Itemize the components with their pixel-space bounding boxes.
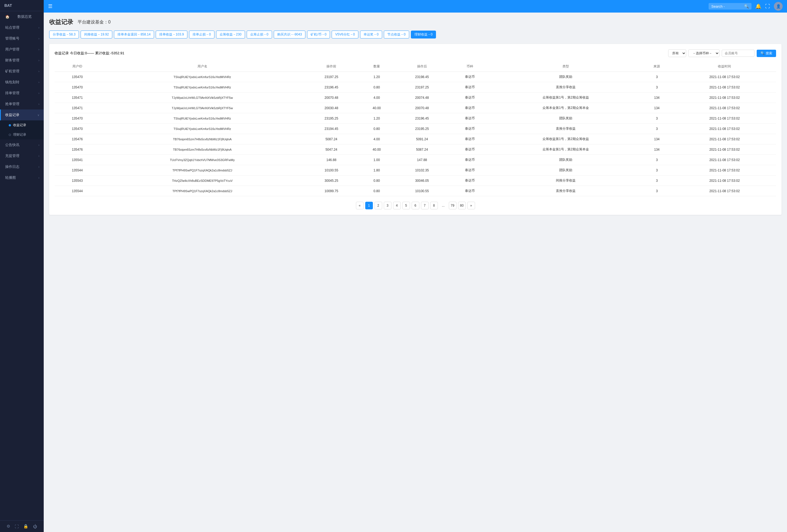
filter-tab-recommend[interactable]: 间推收益－19.92 (81, 30, 112, 39)
sidebar-item-label: 操作日志 (5, 164, 19, 169)
filter-tab-refund[interactable]: 排单本金退回－858.14 (114, 30, 154, 39)
sidebar-item-label: 钱包划转 (5, 80, 19, 85)
filter-tab-lucky[interactable]: 幸运奖－0 (360, 30, 382, 39)
cell-username: THzQZfa4icXh8uBEzSDDME97P5gVoTYcuV (100, 176, 304, 186)
member-input[interactable] (722, 50, 754, 57)
page-btn-4[interactable]: 4 (393, 202, 401, 209)
coin-filter-select[interactable]: －选择币种－ (688, 49, 720, 57)
table-row: 135471 TJyWpaUcLHrWLGT9AnNXVik5zbRjXTYF5… (55, 92, 776, 103)
search-input[interactable] (711, 4, 744, 8)
sidebar-sub-item-income-record[interactable]: 收益记录 (0, 120, 44, 130)
filter-tab-row-income[interactable]: 排单收益－103.9 (156, 30, 187, 39)
sidebar-item-finance[interactable]: 财务管理 › (0, 55, 44, 66)
chevron-right-icon: › (39, 155, 39, 157)
cell-coin: 泰达币 (449, 124, 491, 134)
table-row: 135476 TB76oipm6Szm7H8s5cv8zNbWz1Fj9Uqtn… (55, 145, 776, 155)
filter-controls: 所有 －选择币种－ 🔍 搜索 (668, 49, 776, 57)
chevron-right-icon: › (39, 37, 39, 40)
lock-icon[interactable]: 🔒 (23, 524, 28, 529)
sidebar-item-oplog[interactable]: 操作日志 › (0, 161, 44, 172)
sidebar-item-income[interactable]: 收益记录 ∨ (0, 109, 44, 120)
filter-tab-node-income[interactable]: 节点收益－0 (384, 30, 409, 39)
cell-time: 2021-11-08 17:53:02 (673, 82, 776, 92)
page-btn-8[interactable]: 8 (430, 202, 438, 209)
page-btn-5[interactable]: 5 (402, 202, 410, 209)
cell-source: 3 (641, 176, 673, 186)
cell-uid: 135471 (55, 92, 100, 103)
filter-tab-v5v6[interactable]: V5V6分红－0 (332, 30, 358, 39)
cell-source: 134 (641, 103, 673, 113)
search-icon[interactable]: 🔍 (744, 4, 749, 8)
cell-after: 5087.24 (395, 145, 449, 155)
settings-icon[interactable]: ⚙ (6, 524, 10, 529)
cell-time: 2021-11-08 17:53:02 (673, 92, 776, 103)
sidebar-item-notice[interactable]: 公告快讯 › (0, 139, 44, 150)
page-btn-79[interactable]: 79 (449, 202, 456, 209)
page-btn-2[interactable]: 2 (375, 202, 382, 209)
cell-after: 10102.35 (395, 165, 449, 176)
sidebar-item-site[interactable]: 站点管理 › (0, 22, 44, 33)
filter-tab-miner-coin[interactable]: 矿机/币－0 (307, 30, 330, 39)
sidebar-item-wallet[interactable]: 钱包划转 › (0, 77, 44, 88)
table-row: 135471 TJyWpaUcLHrWLGT9AnNXVik5zbRjXTYF5… (55, 103, 776, 113)
power-icon[interactable]: ⏻ (33, 524, 37, 529)
summary-total: 累计收益:-5352.91 (95, 51, 124, 55)
sidebar-item-label: 用户管理 (5, 47, 19, 52)
content-area: 收益记录 平台建设基金：0 分享收益－58.3 间推收益－19.92 排单本金退… (44, 13, 787, 532)
col-time: 收益时间 (673, 61, 776, 72)
cell-type: 间推分享收益 (491, 176, 641, 186)
search-btn-icon: 🔍 (761, 51, 765, 55)
page-prev-btn[interactable]: « (356, 202, 364, 209)
sidebar-sub-item-manage-record[interactable]: 理财记录 (0, 130, 44, 139)
cell-source: 3 (641, 124, 673, 134)
cell-source: 3 (641, 72, 673, 82)
sidebar-item-recharge[interactable]: 充提管理 › (0, 150, 44, 161)
page-next-btn[interactable]: » (467, 202, 475, 209)
page-btn-3[interactable]: 3 (384, 202, 391, 209)
sidebar-item-grabmgr[interactable]: 抢单管理 › (0, 98, 44, 109)
cell-type: 团队奖励 (491, 165, 641, 176)
notification-icon[interactable]: 🔔 (755, 3, 761, 9)
pagination: « 1 2 3 4 5 6 7 8 ... 79 80 » (55, 202, 776, 209)
search-box: 🔍 (708, 3, 751, 9)
filter-tab-manage-income[interactable]: 理财收益－0 (411, 30, 436, 39)
all-filter-select[interactable]: 所有 (668, 49, 686, 57)
cell-username: TSIuijRUiEYjodxLveKmfurS16uYedMVHRz (100, 82, 304, 92)
sidebar-item-miner[interactable]: 矿机管理 › (0, 66, 44, 77)
cell-time: 2021-11-08 17:53:02 (673, 134, 776, 145)
cell-uid: 135470 (55, 72, 100, 82)
topbar-left: ☰ (48, 3, 52, 9)
cell-before: 23194.45 (304, 124, 358, 134)
fullscreen-icon[interactable]: ⛶ (15, 524, 19, 529)
filter-tab-crowd-loss[interactable]: 众筹止损－0 (247, 30, 272, 39)
page-title: 收益记录 (49, 18, 73, 26)
sidebar-item-rowmgr[interactable]: 排单管理 › (0, 88, 44, 98)
cell-before: 20070.48 (304, 92, 358, 103)
avatar[interactable]: 👤 (774, 2, 783, 10)
sidebar-item-carousel[interactable]: 轮播图 › (0, 172, 44, 183)
search-button[interactable]: 🔍 搜索 (757, 50, 776, 57)
cell-username: TJyWpaUcLHrWLGT9AnNXVik5zbRjXTYF5w (100, 103, 304, 113)
sidebar-item-users[interactable]: 用户管理 › (0, 44, 44, 55)
page-btn-6[interactable]: 6 (412, 202, 419, 209)
cell-after: 10100.55 (395, 186, 449, 196)
cell-source: 3 (641, 113, 673, 124)
data-table: 用户ID 用户名 操作前 数量 操作后 币种 类型 来源 收益时间 135470… (55, 61, 776, 196)
cell-time: 2021-11-08 17:53:02 (673, 176, 776, 186)
expand-icon[interactable]: ⛶ (765, 3, 770, 9)
active-dot-icon (9, 124, 11, 126)
table-header: 用户ID 用户名 操作前 数量 操作后 币种 类型 来源 收益时间 (55, 61, 776, 72)
page-btn-80[interactable]: 80 (458, 202, 466, 209)
filter-tab-row-loss[interactable]: 排单止损－0 (189, 30, 214, 39)
filter-tab-crowd-income[interactable]: 众筹收益－230 (216, 30, 245, 39)
page-btn-1[interactable]: 1 (365, 202, 373, 209)
sidebar-item-label: 财务管理 (5, 58, 19, 63)
summary-label: 收益记录 (55, 51, 69, 55)
table-row: 135470 TSIuijRUiEYjodxLveKmfurS16uYedMVH… (55, 72, 776, 82)
filter-tab-buy-share[interactable]: 购买共识－-9043 (274, 30, 306, 39)
sidebar-item-dashboard[interactable]: 🏠 数据总览 (0, 11, 44, 22)
page-btn-7[interactable]: 7 (421, 202, 429, 209)
filter-tab-share[interactable]: 分享收益－58.3 (49, 30, 79, 39)
menu-toggle-icon[interactable]: ☰ (48, 3, 52, 9)
sidebar-item-accounts[interactable]: 管理账号 › (0, 33, 44, 44)
